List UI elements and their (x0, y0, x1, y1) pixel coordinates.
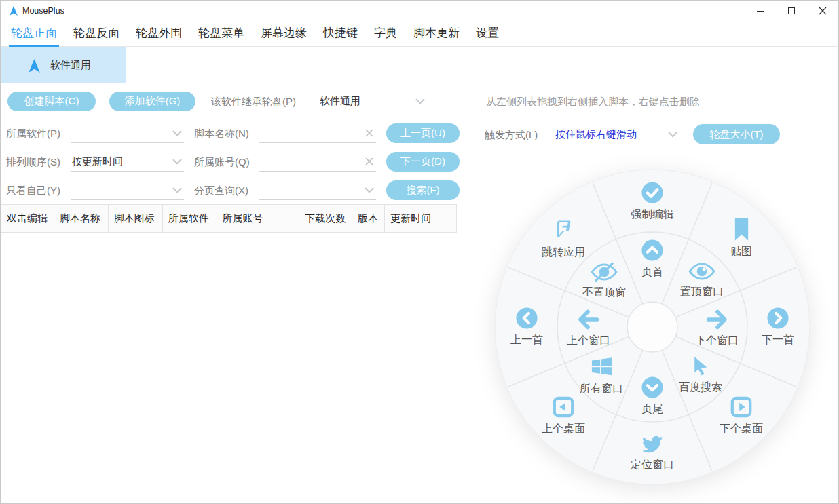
page-query-dropdown[interactable] (259, 180, 376, 200)
inherit-wheel-value: 软件通用 (320, 95, 360, 108)
maximize-icon (788, 7, 795, 14)
mouseplus-window: MousePlus 轮盘正面 轮盘反面 轮盘外围 轮盘菜单 屏幕边缘 快捷键 字… (0, 0, 839, 504)
owning-software-dropdown[interactable] (71, 123, 184, 143)
chevron-down-icon (415, 98, 425, 104)
wheel-item-force-edit[interactable]: 强制编辑 (631, 181, 674, 222)
mouse-cursor-icon (690, 354, 711, 377)
trigger-mode-dropdown[interactable]: 按住鼠标右键滑动 (554, 125, 679, 144)
col-script-icon[interactable]: 脚本图标 (109, 205, 163, 232)
chevron-down-icon (172, 130, 182, 136)
owning-account-input[interactable] (259, 152, 376, 172)
col-owning-software[interactable]: 所属软件 (163, 205, 217, 232)
col-double-click-edit[interactable]: 双击编辑 (1, 205, 54, 232)
wheel-preview: 强制编辑 贴图 下一首 下个桌面 定位窗口 上个桌面 上一首 跳转应用 (493, 168, 812, 486)
wheel-item-prev-desktop[interactable]: 上个桌面 (542, 395, 585, 436)
close-icon (819, 7, 827, 15)
tab-wheel-menu[interactable]: 轮盘菜单 (196, 21, 246, 47)
wheel-size-button[interactable]: 轮盘大小(T) (693, 124, 780, 144)
col-owning-account[interactable]: 所属账号 (217, 205, 300, 232)
create-script-button[interactable]: 创建脚本(C) (7, 92, 96, 111)
wheel-item-locate-window[interactable]: 定位窗口 (631, 434, 674, 472)
chevron-down-icon (172, 159, 182, 165)
script-table-header: 双击编辑 脚本名称 脚本图标 所属软件 所属账号 下载次数 版本 更新时间 (1, 204, 457, 233)
selected-software-label: 软件通用 (50, 59, 91, 72)
wheel-item-jump-app[interactable]: 跳转应用 (542, 216, 585, 260)
drag-hint-text: 从左侧列表拖拽到右侧插入脚本，右键点击删除 (486, 92, 700, 111)
foursquare-flag-icon (553, 216, 574, 242)
wheel-item-screenshot-pin[interactable]: 贴图 (730, 218, 752, 259)
only-mine-dropdown[interactable] (71, 180, 184, 200)
tab-wheel-front[interactable]: 轮盘正面 (9, 21, 59, 47)
selected-software-item[interactable]: 软件通用 (1, 47, 126, 83)
chevron-circle-up-icon (641, 239, 664, 262)
col-download-count[interactable]: 下载次数 (299, 205, 352, 232)
trigger-mode-label: 触发方式(L) (485, 125, 538, 144)
owning-software-label: 所属软件(P) (6, 123, 60, 143)
chevron-down-icon (668, 132, 677, 138)
clear-icon[interactable] (365, 157, 374, 166)
chevron-circle-down-icon (641, 376, 664, 399)
tab-settings[interactable]: 设置 (474, 21, 501, 47)
windows-logo-icon (590, 355, 614, 379)
close-button[interactable] (807, 1, 838, 21)
app-title: MousePlus (22, 1, 64, 21)
bookmark-icon (732, 218, 751, 241)
wheel-item-page-bottom[interactable]: 页尾 (641, 376, 664, 416)
wheel-item-page-top[interactable]: 页首 (641, 239, 664, 279)
tab-script-update[interactable]: 脚本更新 (411, 21, 462, 47)
tab-screen-edge[interactable]: 屏幕边缘 (259, 21, 309, 47)
script-name-input[interactable] (259, 123, 376, 143)
tab-wheel-back[interactable]: 轮盘反面 (71, 21, 122, 47)
caret-square-right-icon (730, 395, 753, 419)
chevron-down-icon (172, 187, 182, 193)
check-circle-icon (641, 181, 664, 204)
sort-order-value: 按更新时间 (72, 155, 123, 168)
prev-page-button[interactable]: 上一页(U) (386, 123, 460, 143)
col-version[interactable]: 版本 (352, 205, 385, 232)
sort-order-label: 排列顺序(S) (6, 152, 60, 172)
only-mine-label: 只看自己(Y) (6, 180, 60, 200)
inherit-wheel-dropdown[interactable]: 软件通用 (318, 92, 427, 111)
sort-order-dropdown[interactable]: 按更新时间 (71, 152, 184, 172)
twitter-bird-icon (641, 434, 664, 454)
wheel-item-next-window[interactable]: 下个窗口 (695, 309, 739, 348)
caret-square-left-icon (552, 395, 575, 419)
owning-account-label: 所属账号(Q) (194, 152, 250, 172)
tabbar: 轮盘正面 轮盘反面 轮盘外围 轮盘菜单 屏幕边缘 快捷键 字典 脚本更新 设置 (1, 21, 838, 47)
arrow-right-icon (704, 309, 730, 330)
col-script-name[interactable]: 脚本名称 (54, 205, 109, 232)
tab-wheel-outer[interactable]: 轮盘外围 (134, 21, 184, 47)
clear-icon[interactable] (365, 128, 374, 138)
chevron-circle-left-icon (515, 307, 538, 330)
wheel-item-unpin-window[interactable]: 不置顶窗 (582, 263, 626, 300)
toolbar-divider (1, 117, 838, 117)
tab-dictionary[interactable]: 字典 (372, 21, 399, 47)
chevron-down-icon (365, 187, 374, 193)
tab-hotkeys[interactable]: 快捷键 (321, 21, 360, 47)
wheel-item-pin-window[interactable]: 置顶窗口 (680, 262, 724, 299)
eye-icon (688, 262, 715, 282)
page-query-label: 分页查询(X) (194, 180, 248, 200)
wheel-item-prev-window[interactable]: 上个窗口 (567, 309, 610, 348)
minimize-button[interactable] (745, 1, 776, 21)
wheel-item-all-windows[interactable]: 所有窗口 (580, 355, 623, 396)
eye-slash-icon (591, 263, 618, 282)
chevron-circle-right-icon (766, 307, 789, 330)
arrow-left-icon (576, 309, 601, 330)
next-page-button[interactable]: 下一页(D) (386, 152, 460, 172)
wheel-item-next-desktop[interactable]: 下个桌面 (720, 395, 763, 436)
col-update-time[interactable]: 更新时间 (385, 205, 457, 232)
wheel-item-prev-track[interactable]: 上一首 (510, 307, 543, 347)
wheel-item-next-track[interactable]: 下一首 (762, 307, 794, 347)
maximize-button[interactable] (776, 1, 807, 21)
add-software-button[interactable]: 添加软件(G) (109, 92, 195, 111)
inherit-wheel-label: 该软件继承轮盘(P) (211, 92, 296, 111)
script-name-label: 脚本名称(N) (194, 123, 249, 143)
search-button[interactable]: 搜索(F) (386, 180, 460, 200)
app-logo-icon (10, 6, 18, 16)
arrow-logo-icon (29, 59, 40, 73)
minimize-icon (757, 11, 764, 12)
wheel-item-baidu-search[interactable]: 百度搜索 (679, 354, 722, 395)
titlebar: MousePlus (1, 1, 838, 21)
trigger-mode-value: 按住鼠标右键滑动 (555, 128, 637, 141)
